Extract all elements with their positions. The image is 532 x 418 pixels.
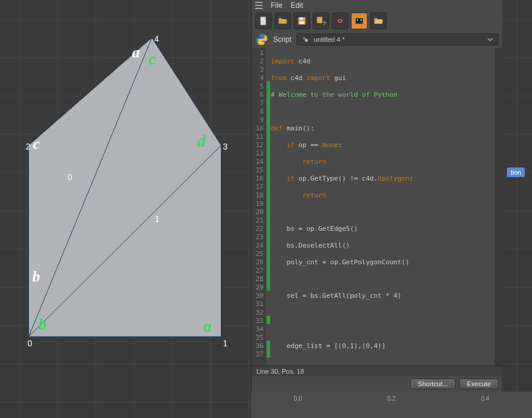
editor-scrollbar[interactable] bbox=[495, 48, 502, 365]
svg-point-14 bbox=[305, 39, 308, 42]
annotation-c-top: c bbox=[148, 50, 155, 69]
link-button[interactable] bbox=[332, 13, 348, 29]
shortcut-button[interactable]: Shortcut... bbox=[410, 379, 455, 389]
annotation-d-right: d bbox=[197, 132, 206, 151]
svg-rect-8 bbox=[317, 17, 322, 23]
annotation-c-left: c bbox=[33, 135, 40, 153]
menu-file[interactable]: File bbox=[271, 1, 282, 10]
annotation-b-green: b bbox=[38, 315, 47, 334]
vertex-label-3: 3 bbox=[223, 142, 228, 151]
vertex-label-0: 0 bbox=[27, 338, 32, 348]
svg-marker-0 bbox=[29, 38, 221, 337]
python-icon bbox=[255, 33, 268, 46]
truncated-label: tion bbox=[507, 167, 525, 177]
fold-strip bbox=[266, 48, 271, 365]
status-line: Line 30, Pos. 18 bbox=[252, 365, 502, 376]
polygon-mesh bbox=[0, 0, 251, 418]
annotation-a-top: a bbox=[132, 44, 140, 62]
open-folder-button[interactable] bbox=[370, 13, 387, 29]
code-lines[interactable]: import c4d from c4d import gui # Welcome… bbox=[271, 48, 502, 365]
script-selected: untitled 4 * bbox=[314, 36, 345, 43]
annotation-b-white: b bbox=[32, 268, 40, 286]
hamburger-icon[interactable] bbox=[255, 2, 262, 9]
menu-edit[interactable]: Edit bbox=[291, 1, 303, 10]
chevron-down-icon bbox=[487, 36, 493, 42]
annotation-a-bottom: a bbox=[203, 317, 212, 336]
save-script-button[interactable] bbox=[293, 13, 310, 29]
open-script-button[interactable] bbox=[274, 13, 291, 29]
face-label-0: 0 bbox=[68, 172, 72, 182]
vertex-label-4: 4 bbox=[154, 34, 159, 44]
menu-bar: File Edit bbox=[252, 0, 502, 11]
script-manager-panel: File Edit ? Script untitled 4 * 12345678… bbox=[251, 0, 502, 392]
cursor-position: Line 30, Pos. 18 bbox=[256, 368, 304, 375]
timeline-area[interactable]: 0.0 0.2 0.4 bbox=[251, 392, 532, 418]
svg-rect-6 bbox=[299, 17, 303, 20]
axis-ticks: 0.0 0.2 0.4 bbox=[251, 395, 532, 402]
run-button[interactable] bbox=[351, 13, 368, 29]
svg-text:?: ? bbox=[323, 20, 326, 26]
python-icon-small bbox=[302, 36, 309, 43]
script-select-row: Script untitled 4 * bbox=[252, 31, 502, 48]
toolbar: ? bbox=[252, 11, 502, 31]
face-label-1: 1 bbox=[155, 214, 160, 224]
script-label: Script bbox=[273, 35, 292, 44]
script-dropdown[interactable]: untitled 4 * bbox=[296, 33, 499, 45]
save-help-button[interactable]: ? bbox=[313, 13, 329, 29]
button-row: Shortcut... Execute bbox=[252, 376, 502, 392]
vertex-label-1: 1 bbox=[223, 338, 228, 348]
svg-point-11 bbox=[357, 19, 358, 20]
svg-rect-10 bbox=[356, 19, 363, 24]
new-script-button[interactable] bbox=[255, 13, 272, 29]
code-editor[interactable]: 1234567891011121314151617181920212223242… bbox=[252, 48, 502, 365]
svg-rect-7 bbox=[299, 22, 304, 25]
execute-button[interactable]: Execute bbox=[459, 379, 499, 389]
line-gutter: 1234567891011121314151617181920212223242… bbox=[252, 48, 266, 365]
svg-point-12 bbox=[360, 19, 362, 20]
vertex-label-2: 2 bbox=[26, 142, 30, 151]
